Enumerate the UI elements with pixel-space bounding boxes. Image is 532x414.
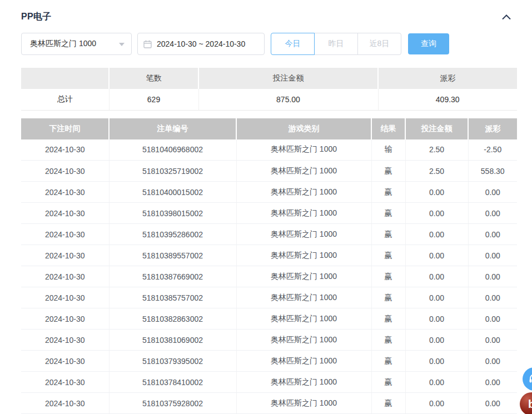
summary-total-count: 629 <box>109 89 198 110</box>
cell-bet-id: 51810385757002 <box>109 287 236 308</box>
cell-game-category: 奥林匹斯之门 1000 <box>236 266 371 287</box>
search-button[interactable]: 查询 <box>408 33 449 54</box>
quick-date-button-group: 今日 昨日 近8日 <box>271 33 401 55</box>
cell-bet-time: 2024-10-30 <box>21 266 109 287</box>
cell-bet-time: 2024-10-30 <box>21 161 109 182</box>
cell-bet-amount: 0.00 <box>405 393 468 414</box>
table-row: 2024-10-30 51810406968002 奥林匹斯之门 1000 输 … <box>21 139 517 161</box>
table-row: 2024-10-30 51810387669002 奥林匹斯之门 1000 赢 … <box>21 266 517 287</box>
cell-bet-amount: 0.00 <box>405 351 468 372</box>
game-select-value: 奥林匹斯之门 1000 <box>30 39 96 49</box>
cell-game-category: 奥林匹斯之门 1000 <box>236 372 371 393</box>
table-row: 2024-10-30 51810325719002 奥林匹斯之门 1000 赢 … <box>21 161 517 182</box>
cell-game-category: 奥林匹斯之门 1000 <box>236 203 371 224</box>
cell-payout: 558.30 <box>468 161 517 182</box>
bets-table: 下注时间 注单编号 游戏类别 结果 投注金额 派彩 2024-10-30 518… <box>21 118 517 414</box>
cell-bet-amount: 2.50 <box>405 161 468 182</box>
bets-header-row: 下注时间 注单编号 游戏类别 结果 投注金额 派彩 <box>21 118 517 139</box>
col-header-bet-time: 下注时间 <box>21 118 109 139</box>
cell-game-category: 奥林匹斯之门 1000 <box>236 182 371 203</box>
cell-bet-time: 2024-10-30 <box>21 372 109 393</box>
summary-header-bet-amount: 投注金额 <box>198 68 378 89</box>
col-header-payout: 派彩 <box>468 118 517 139</box>
cell-payout: -2.50 <box>468 139 517 161</box>
filter-bar: 奥林匹斯之门 1000 2024-10-30 ~ 2024-10-30 今日 昨… <box>21 33 517 55</box>
summary-total-row: 总计 629 875.00 409.30 <box>21 89 517 110</box>
cell-result: 赢 <box>371 161 405 182</box>
cell-result: 赢 <box>371 351 405 372</box>
cell-game-category: 奥林匹斯之门 1000 <box>236 139 371 161</box>
cell-result: 赢 <box>371 245 405 266</box>
cell-bet-time: 2024-10-30 <box>21 224 109 245</box>
cell-bet-amount: 0.00 <box>405 308 468 330</box>
cell-bet-amount: 0.00 <box>405 182 468 203</box>
cell-bet-id: 51810387669002 <box>109 266 236 287</box>
page-title: PP电子 <box>21 11 52 23</box>
summary-header-count: 笔数 <box>109 68 198 89</box>
table-row: 2024-10-30 51810395286002 奥林匹斯之门 1000 赢 … <box>21 224 517 245</box>
summary-header-row: 笔数 投注金额 派彩 <box>21 68 517 89</box>
calendar-icon <box>143 40 152 48</box>
brand-letter: b <box>528 398 532 411</box>
cell-bet-time: 2024-10-30 <box>21 393 109 414</box>
cell-game-category: 奥林匹斯之门 1000 <box>236 351 371 372</box>
col-header-bet-id: 注单编号 <box>109 118 236 139</box>
cell-bet-amount: 0.00 <box>405 287 468 308</box>
cell-payout: 0.00 <box>468 224 517 245</box>
cell-payout: 0.00 <box>468 203 517 224</box>
date-range-value: 2024-10-30 ~ 2024-10-30 <box>157 39 245 48</box>
cell-bet-id: 51810375928002 <box>109 393 236 414</box>
cell-result: 输 <box>371 139 405 161</box>
cell-game-category: 奥林匹斯之门 1000 <box>236 161 371 182</box>
cell-result: 赢 <box>371 182 405 203</box>
cell-result: 赢 <box>371 308 405 330</box>
cell-bet-time: 2024-10-30 <box>21 287 109 308</box>
cell-game-category: 奥林匹斯之门 1000 <box>236 287 371 308</box>
table-row: 2024-10-30 51810400015002 奥林匹斯之门 1000 赢 … <box>21 182 517 203</box>
cell-bet-time: 2024-10-30 <box>21 330 109 351</box>
cell-payout: 0.00 <box>468 372 517 393</box>
cell-bet-id: 51810395286002 <box>109 224 236 245</box>
table-row: 2024-10-30 51810379395002 奥林匹斯之门 1000 赢 … <box>21 351 517 372</box>
cell-bet-id: 51810400015002 <box>109 182 236 203</box>
cell-game-category: 奥林匹斯之门 1000 <box>236 330 371 351</box>
cell-bet-time: 2024-10-30 <box>21 308 109 330</box>
cell-payout: 0.00 <box>468 393 517 414</box>
collapse-button[interactable] <box>500 13 513 21</box>
cell-game-category: 奥林匹斯之门 1000 <box>236 393 371 414</box>
cell-payout: 0.00 <box>468 266 517 287</box>
table-row: 2024-10-30 51810375928002 奥林匹斯之门 1000 赢 … <box>21 393 517 414</box>
quick-button-yesterday[interactable]: 昨日 <box>314 33 358 55</box>
quick-button-last-8-days[interactable]: 近8日 <box>357 33 401 55</box>
game-select[interactable]: 奥林匹斯之门 1000 <box>21 33 132 55</box>
cell-result: 赢 <box>371 372 405 393</box>
cell-bet-amount: 0.00 <box>405 266 468 287</box>
quick-button-today[interactable]: 今日 <box>271 33 315 55</box>
caret-down-icon <box>119 43 125 49</box>
table-row: 2024-10-30 51810381069002 奥林匹斯之门 1000 赢 … <box>21 330 517 351</box>
cell-bet-id: 51810389557002 <box>109 245 236 266</box>
cell-result: 赢 <box>371 393 405 414</box>
summary-header-empty <box>21 68 109 89</box>
summary-total-label: 总计 <box>21 89 109 110</box>
cell-game-category: 奥林匹斯之门 1000 <box>236 245 371 266</box>
cell-bet-time: 2024-10-30 <box>21 182 109 203</box>
cell-payout: 0.00 <box>468 351 517 372</box>
col-header-bet-amount: 投注金额 <box>405 118 468 139</box>
cell-bet-amount: 0.00 <box>405 224 468 245</box>
cell-payout: 0.00 <box>468 287 517 308</box>
pp-electronic-panel: PP电子 奥林匹斯之门 1000 2024-10-30 ~ 2024-10-30… <box>0 0 532 414</box>
cell-result: 赢 <box>371 330 405 351</box>
table-row: 2024-10-30 51810382863002 奥林匹斯之门 1000 赢 … <box>21 308 517 330</box>
table-row: 2024-10-30 51810385757002 奥林匹斯之门 1000 赢 … <box>21 287 517 308</box>
cell-result: 赢 <box>371 203 405 224</box>
panel-header: PP电子 <box>21 0 517 23</box>
col-header-game-category: 游戏类别 <box>236 118 371 139</box>
col-header-result: 结果 <box>371 118 405 139</box>
table-row: 2024-10-30 51810389557002 奥林匹斯之门 1000 赢 … <box>21 245 517 266</box>
date-range-input[interactable]: 2024-10-30 ~ 2024-10-30 <box>137 33 265 55</box>
cell-game-category: 奥林匹斯之门 1000 <box>236 308 371 330</box>
cell-payout: 0.00 <box>468 330 517 351</box>
cell-payout: 0.00 <box>468 245 517 266</box>
cell-result: 赢 <box>371 266 405 287</box>
